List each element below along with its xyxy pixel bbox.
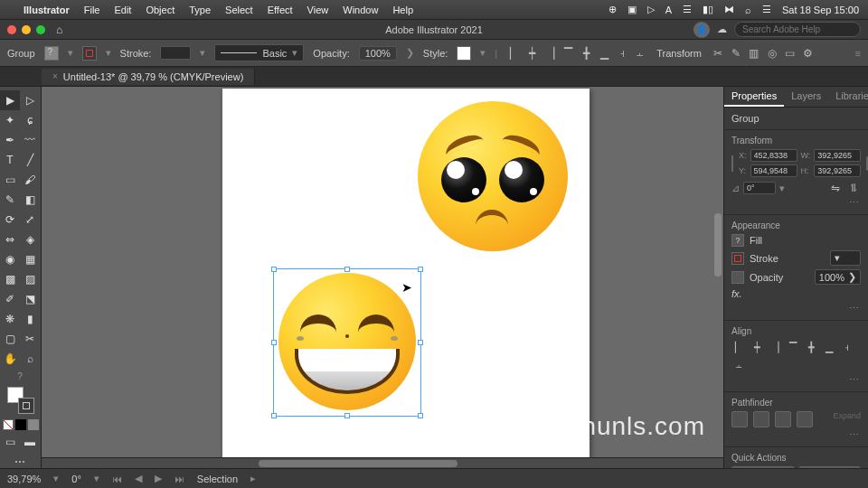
curvature-tool[interactable]: 〰 bbox=[20, 130, 40, 150]
slice-tool[interactable]: ✂ bbox=[20, 329, 40, 349]
control-center-icon[interactable]: ☰ bbox=[762, 4, 771, 15]
transform-w-input[interactable] bbox=[814, 149, 861, 162]
reference-point-picker[interactable] bbox=[731, 155, 733, 172]
panel-menu-icon[interactable]: ≡ bbox=[855, 48, 861, 59]
pathfinder-exclude-icon[interactable] bbox=[797, 411, 813, 427]
line-tool[interactable]: ╱ bbox=[20, 150, 40, 170]
menubar-app[interactable]: Illustrator bbox=[24, 5, 70, 15]
align-right-icon[interactable]: ▕ bbox=[542, 46, 557, 61]
home-icon[interactable]: ⌂ bbox=[56, 23, 62, 36]
align-hcenter-icon[interactable]: ┿ bbox=[750, 340, 764, 354]
distribute-v-icon[interactable]: ⫠ bbox=[731, 358, 746, 372]
direct-selection-tool[interactable]: ▷ bbox=[20, 90, 40, 110]
user-avatar[interactable]: 👤 bbox=[693, 22, 710, 38]
menu-type[interactable]: Type bbox=[189, 5, 211, 15]
scale-tool[interactable]: ⤢ bbox=[20, 210, 40, 230]
transform-label[interactable]: Transform bbox=[656, 48, 702, 59]
transform-x-input[interactable] bbox=[750, 149, 797, 162]
help-search-input[interactable] bbox=[734, 22, 861, 37]
align-hcenter-icon[interactable]: ┿ bbox=[524, 46, 539, 61]
section-options-icon[interactable]: ⋯ bbox=[731, 429, 861, 441]
artboard-nav-prev-icon[interactable]: ◀ bbox=[135, 473, 142, 484]
zoom-level[interactable]: 39,79% bbox=[7, 474, 41, 484]
eraser-tool[interactable]: ◧ bbox=[20, 190, 40, 210]
wifi-icon[interactable]: ⧓ bbox=[724, 4, 734, 15]
zoom-tool[interactable]: ⌕ bbox=[20, 349, 40, 369]
pathfinder-intersect-icon[interactable] bbox=[775, 411, 791, 427]
color-solid-icon[interactable] bbox=[15, 419, 26, 430]
pen-tool[interactable]: ✒ bbox=[0, 130, 20, 150]
flip-v-icon[interactable]: ⥮ bbox=[846, 181, 861, 195]
edit-toolbar-icon[interactable]: ⋯ bbox=[0, 452, 40, 472]
battery-icon[interactable]: ▮▯ bbox=[703, 4, 713, 15]
hand-tool[interactable]: ✋ bbox=[0, 349, 20, 369]
shaper-tool[interactable]: ✎ bbox=[0, 190, 20, 210]
bluetooth-icon[interactable]: ☰ bbox=[683, 4, 692, 15]
document-tab[interactable]: × Untitled-13* @ 39,79 % (CMYK/Preview) bbox=[42, 69, 255, 85]
menu-select[interactable]: Select bbox=[225, 5, 253, 15]
selection-bounding-box[interactable] bbox=[273, 268, 421, 417]
tab-close-icon[interactable]: × bbox=[52, 71, 58, 81]
symbol-sprayer-tool[interactable]: ❋ bbox=[0, 309, 20, 329]
eyedropper-tool[interactable]: ✐ bbox=[0, 289, 20, 309]
pathfinder-unite-icon[interactable] bbox=[731, 411, 748, 427]
align-left-icon[interactable]: ▏ bbox=[731, 340, 746, 354]
distribute-v-icon[interactable]: ⫠ bbox=[633, 46, 647, 61]
stroke-swatch[interactable] bbox=[82, 46, 97, 61]
menu-window[interactable]: Window bbox=[343, 5, 378, 15]
screen-mode-toggle2[interactable]: ▬ bbox=[20, 432, 40, 452]
canvas[interactable]: ➤ www.hunls.com bbox=[42, 87, 723, 468]
dropdown-icon[interactable]: ▾ bbox=[106, 47, 111, 59]
play-icon[interactable]: ▷ bbox=[647, 4, 655, 15]
fill-swatch[interactable]: ? bbox=[44, 46, 59, 61]
settings-icon[interactable]: ⚙ bbox=[801, 46, 816, 61]
align-right-icon[interactable]: ▕ bbox=[768, 340, 782, 354]
align-top-icon[interactable]: ▔ bbox=[786, 340, 800, 354]
align-left-icon[interactable]: ▏ bbox=[506, 46, 521, 61]
opacity-input[interactable]: 100% bbox=[359, 46, 397, 61]
rotate-view[interactable]: 0° bbox=[71, 474, 81, 484]
gradient-tool[interactable]: ▨ bbox=[20, 269, 40, 289]
opacity-input2[interactable]: 100%❯ bbox=[815, 269, 861, 285]
tab-properties[interactable]: Properties bbox=[724, 87, 784, 107]
pathfinder-minus-icon[interactable] bbox=[753, 411, 769, 427]
pleading-face-art[interactable] bbox=[418, 101, 568, 251]
maximize-window-button[interactable] bbox=[36, 25, 45, 34]
fill-stroke-indicator[interactable] bbox=[7, 387, 34, 414]
edit-icon[interactable]: ✎ bbox=[729, 46, 743, 61]
distribute-h-icon[interactable]: ⫞ bbox=[615, 46, 629, 61]
selection-tool[interactable]: ▶ bbox=[0, 90, 20, 110]
isolate-group-button[interactable]: Isolate Group bbox=[798, 466, 862, 468]
artboard[interactable]: ➤ bbox=[222, 89, 590, 457]
section-options-icon[interactable]: ⋯ bbox=[731, 197, 861, 209]
rotate-angle-input[interactable] bbox=[743, 182, 776, 194]
horizontal-scrollbar-thumb[interactable] bbox=[259, 460, 458, 467]
vertical-scrollbar-thumb[interactable] bbox=[714, 213, 722, 277]
mesh-tool[interactable]: ▩ bbox=[0, 269, 20, 289]
isolate-icon[interactable]: ✂ bbox=[711, 46, 725, 61]
spotlight-icon[interactable]: ⌕ bbox=[745, 5, 751, 15]
menu-help[interactable]: Help bbox=[392, 5, 413, 15]
menu-view[interactable]: View bbox=[307, 5, 329, 15]
ungroup-button[interactable]: Ungroup bbox=[731, 466, 795, 468]
keyboard-icon[interactable]: A bbox=[665, 5, 672, 15]
fx-label[interactable]: fx. bbox=[731, 288, 742, 299]
lasso-tool[interactable]: ɕ bbox=[20, 110, 40, 130]
tab-libraries[interactable]: Libraries bbox=[828, 87, 868, 107]
align-top-icon[interactable]: ▔ bbox=[561, 46, 575, 61]
align-bottom-icon[interactable]: ▁ bbox=[822, 340, 836, 354]
status-menu-icon[interactable]: ▸ bbox=[250, 473, 256, 484]
color-none-icon[interactable] bbox=[3, 419, 14, 430]
close-window-button[interactable] bbox=[7, 25, 16, 34]
horizontal-scrollbar[interactable] bbox=[42, 457, 723, 468]
screenrec-icon[interactable]: ▣ bbox=[627, 4, 637, 15]
rotate-tool[interactable]: ⟳ bbox=[0, 210, 20, 230]
distribute-h-icon[interactable]: ⫞ bbox=[840, 340, 854, 354]
transform-y-input[interactable] bbox=[750, 164, 797, 177]
transform-h-input[interactable] bbox=[814, 164, 861, 177]
align-vcenter-icon[interactable]: ╋ bbox=[579, 46, 593, 61]
shape-builder-tool[interactable]: ◉ bbox=[0, 249, 20, 269]
graph-tool[interactable]: ▮ bbox=[20, 309, 40, 329]
clock[interactable]: Sat 18 Sep 15:00 bbox=[782, 5, 859, 15]
chevron-right-icon[interactable]: ❯ bbox=[406, 47, 414, 59]
